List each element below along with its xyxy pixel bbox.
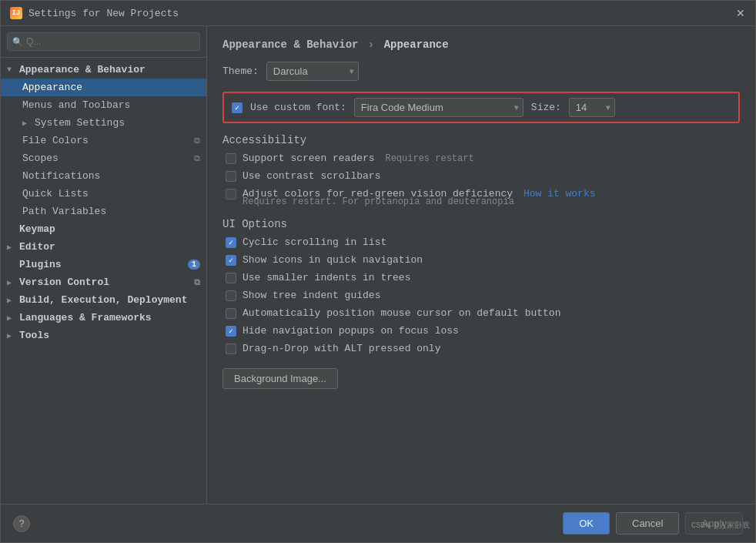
app-icon: IJ [10,7,22,19]
contrast-scrollbars-label: Use contrast scrollbars [243,170,380,182]
sidebar-item-plugins[interactable]: Plugins 1 [1,256,206,273]
accessibility-section: Accessibility Support screen readers Req… [222,134,740,207]
chevron-right-icon: ▶ [22,119,32,128]
chevron-right-icon-lang: ▶ [7,313,16,323]
option-row-smaller-indents: Use smaller indents in trees [226,272,740,283]
sidebar-item-notifications[interactable]: Notifications [1,167,206,185]
option-row-show-tree: Show tree indent guides [226,290,740,301]
sidebar-item-system-settings[interactable]: ▶ System Settings [1,114,206,132]
sidebar-item-tools[interactable]: ▶ Tools [1,327,206,344]
ui-options-section: UI Options Cyclic scrolling in list Show… [222,218,740,354]
theme-label: Theme: [222,65,259,77]
watermark: CSDN @人家卧底 [691,520,750,531]
sidebar-label-keymap: Keymap [19,223,55,235]
sidebar-item-path-variables[interactable]: Path Variables [1,203,206,220]
option-row-contrast-scrollbars: Use contrast scrollbars [226,170,740,182]
theme-row: Theme: Darcula ▼ [222,62,740,81]
search-input[interactable] [7,32,200,51]
font-dropdown-wrapper: Fira Code Medium ▼ [354,98,524,117]
smaller-indents-checkbox[interactable] [226,273,236,283]
main-content: Appearance & Behavior › Appearance Theme… [207,26,755,504]
option-row-drag-drop: Drag-n-Drop with ALT pressed only [226,343,740,354]
sidebar-label-system-settings: System Settings [35,117,125,129]
cancel-button[interactable]: Cancel [616,512,679,535]
sidebar-item-appearance-behavior[interactable]: ▼ Appearance & Behavior [1,61,206,79]
custom-font-label: Use custom font: [250,102,346,113]
hide-navigation-checkbox[interactable] [226,326,236,337]
help-button[interactable]: ? [13,515,30,532]
option-row-show-icons: Show icons in quick navigation [226,254,740,266]
dialog-title: Settings for New Projects [28,8,179,19]
tree-section: ▼ Appearance & Behavior Appearance Menus… [1,58,206,504]
chevron-right-icon-vc: ▶ [7,278,16,287]
color-vision-sublabel: Requires restart. For protanopia and deu… [226,196,740,207]
sidebar-item-file-colors[interactable]: File Colors ⧉ [1,132,206,149]
show-tree-label: Show tree indent guides [243,290,380,301]
size-dropdown-wrapper: 14 ▼ [569,98,615,117]
option-row-cyclic-scrolling: Cyclic scrolling in list [226,236,740,248]
sidebar-label-quick-lists: Quick Lists [22,188,89,199]
title-bar-left: IJ Settings for New Projects [10,7,179,19]
theme-dropdown[interactable]: Darcula [266,62,359,81]
chevron-right-icon-build: ▶ [7,296,16,305]
sidebar-item-languages-frameworks[interactable]: ▶ Languages & Frameworks [1,309,206,327]
chevron-right-icon-tools: ▶ [7,331,16,340]
show-icons-checkbox[interactable] [226,255,236,266]
drag-drop-checkbox[interactable] [226,344,236,354]
sidebar-label-languages-frameworks: Languages & Frameworks [19,312,152,323]
breadcrumb-current: Appearance [384,39,449,51]
sidebar-label-plugins: Plugins [19,259,62,270]
sidebar-item-version-control[interactable]: ▶ Version Control ⧉ [1,273,206,291]
auto-position-label: Automatically position mouse cursor on d… [243,307,560,319]
sidebar-item-quick-lists[interactable]: Quick Lists [1,185,206,203]
sidebar-item-scopes[interactable]: Scopes ⧉ [1,149,206,167]
ok-button[interactable]: OK [563,512,610,535]
sidebar-item-editor[interactable]: ▶ Editor [1,238,206,256]
sidebar-label-build-execution: Build, Execution, Deployment [19,294,187,306]
sidebar: 🔍 ▼ Appearance & Behavior Appearance Men… [1,26,207,504]
custom-font-checkbox[interactable] [232,102,243,113]
sidebar-label-notifications: Notifications [22,170,100,182]
title-bar: IJ Settings for New Projects ✕ [1,1,755,26]
auto-position-checkbox[interactable] [226,308,236,319]
breadcrumb: Appearance & Behavior › Appearance [222,39,740,51]
background-image-section: Background Image... [222,365,740,389]
close-button[interactable]: ✕ [735,8,746,18]
sidebar-label-version-control: Version Control [19,277,109,288]
drag-drop-label: Drag-n-Drop with ALT pressed only [243,343,440,354]
sidebar-item-keymap[interactable]: Keymap [1,220,206,238]
sidebar-label-tools: Tools [19,330,49,341]
smaller-indents-label: Use smaller indents in trees [243,272,410,283]
font-dropdown[interactable]: Fira Code Medium [354,98,524,117]
sidebar-label-menus-toolbars: Menus and Toolbars [22,99,130,111]
hide-navigation-label: Hide navigation popups on focus loss [243,325,459,337]
show-icons-label: Show icons in quick navigation [243,254,423,266]
sidebar-label-path-variables: Path Variables [22,206,106,217]
sidebar-label-editor: Editor [19,241,55,253]
sidebar-item-appearance[interactable]: Appearance [1,79,206,96]
color-vision-checkbox[interactable] [226,189,236,199]
copy-icon-scopes: ⧉ [194,154,200,163]
sidebar-item-build-execution[interactable]: ▶ Build, Execution, Deployment [1,291,206,309]
cyclic-scrolling-label: Cyclic scrolling in list [243,236,386,248]
size-dropdown[interactable]: 14 [569,98,615,117]
show-tree-checkbox[interactable] [226,290,236,301]
ui-options-title: UI Options [222,218,740,230]
theme-dropdown-wrapper: Darcula ▼ [266,62,359,81]
cyclic-scrolling-checkbox[interactable] [226,237,236,248]
chevron-right-icon-editor: ▶ [7,243,16,252]
background-image-button[interactable]: Background Image... [222,368,338,389]
screen-readers-sublabel: Requires restart [385,153,473,164]
sidebar-label-appearance: Appearance [22,82,82,93]
how-it-works-link[interactable]: How it works [524,188,596,199]
contrast-scrollbars-checkbox[interactable] [226,171,236,182]
sidebar-label-file-colors: File Colors [22,135,89,146]
ui-options-list: Cyclic scrolling in list Show icons in q… [222,236,740,354]
content-area: 🔍 ▼ Appearance & Behavior Appearance Men… [1,26,755,504]
sidebar-item-menus-toolbars[interactable]: Menus and Toolbars [1,96,206,114]
breadcrumb-separator: › [368,39,381,51]
screen-readers-checkbox[interactable] [226,153,236,164]
breadcrumb-parent: Appearance & Behavior [222,39,358,51]
search-icon: 🔍 [12,37,23,47]
option-group-color-vision: Adjust colors for red-green vision defic… [226,188,740,207]
